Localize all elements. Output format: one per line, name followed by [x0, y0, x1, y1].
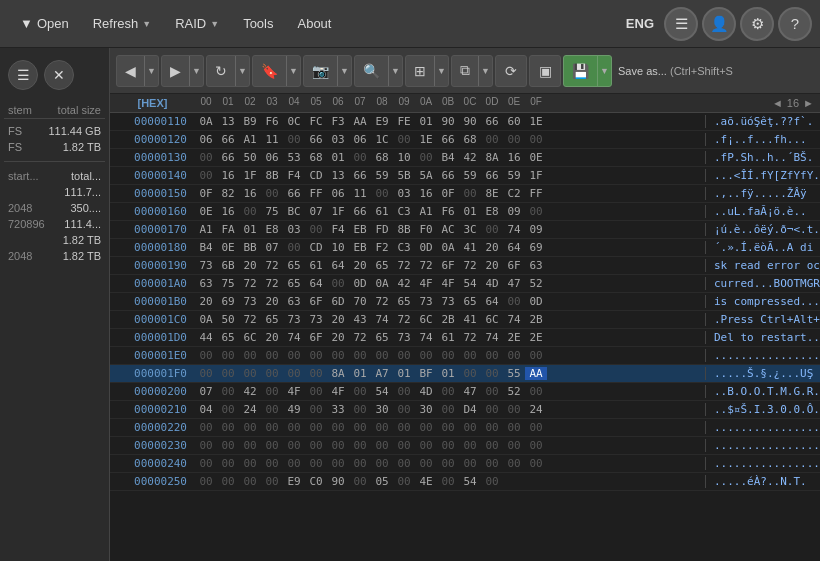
hex-byte[interactable]: 0D — [349, 277, 371, 290]
hex-byte[interactable]: 00 — [437, 421, 459, 434]
hex-byte[interactable]: 72 — [393, 259, 415, 272]
hex-byte[interactable]: 6C — [239, 331, 261, 344]
hex-byte[interactable]: 00 — [217, 385, 239, 398]
hex-byte[interactable]: 00 — [239, 457, 261, 470]
back-button[interactable]: ◀ ▼ — [116, 55, 159, 87]
hex-byte[interactable]: 00 — [305, 223, 327, 236]
hex-byte[interactable]: 01 — [415, 115, 437, 128]
hex-byte[interactable]: 61 — [305, 259, 327, 272]
hex-byte[interactable]: 00 — [371, 349, 393, 362]
hex-byte[interactable]: 00 — [415, 457, 437, 470]
hex-byte[interactable]: 20 — [327, 313, 349, 326]
hex-byte[interactable]: 00 — [239, 367, 261, 380]
hex-byte[interactable]: 00 — [525, 421, 547, 434]
hex-byte[interactable]: F6 — [261, 115, 283, 128]
hex-byte[interactable]: E8 — [481, 205, 503, 218]
hex-byte[interactable]: 00 — [349, 475, 371, 488]
hex-byte[interactable]: 00 — [371, 421, 393, 434]
hex-byte[interactable]: 61 — [371, 205, 393, 218]
hex-byte[interactable]: 20 — [261, 295, 283, 308]
hex-byte[interactable]: 0E — [525, 151, 547, 164]
hex-byte[interactable]: 00 — [349, 403, 371, 416]
hex-byte[interactable]: 00 — [415, 349, 437, 362]
hex-byte[interactable]: 74 — [481, 331, 503, 344]
hex-byte[interactable]: 66 — [217, 133, 239, 146]
hex-byte[interactable]: 16 — [217, 205, 239, 218]
hex-byte[interactable]: 07 — [195, 385, 217, 398]
hex-byte[interactable]: 64 — [503, 241, 525, 254]
table-row[interactable]: 00000210040024004900330030003000D4000024… — [110, 401, 820, 419]
hex-byte[interactable]: 00 — [239, 439, 261, 452]
hex-byte[interactable]: 00 — [525, 349, 547, 362]
hex-byte[interactable]: 07 — [305, 205, 327, 218]
hex-byte[interactable]: 5A — [415, 169, 437, 182]
hex-byte[interactable]: 49 — [283, 403, 305, 416]
hex-byte[interactable]: 2E — [525, 331, 547, 344]
hex-byte[interactable]: 00 — [305, 457, 327, 470]
hex-byte[interactable]: 00 — [481, 475, 503, 488]
hex-byte[interactable]: 6D — [327, 295, 349, 308]
hex-byte[interactable]: 4F — [437, 277, 459, 290]
table-row[interactable]: 000001600E160075BC071F6661C3A1F601E80900… — [110, 203, 820, 221]
hex-byte[interactable]: 07 — [261, 241, 283, 254]
goto-drop-icon[interactable]: ▼ — [388, 56, 402, 86]
hex-byte[interactable]: FF — [305, 187, 327, 200]
hex-byte[interactable]: 06 — [327, 187, 349, 200]
hex-byte[interactable]: 74 — [415, 331, 437, 344]
hex-byte[interactable]: 75 — [261, 205, 283, 218]
table-row[interactable]: 000001B020697320636F6D70726573736564000D… — [110, 293, 820, 311]
hex-byte[interactable]: 52 — [503, 385, 525, 398]
hex-byte[interactable]: 59 — [503, 169, 525, 182]
hex-byte[interactable]: 00 — [305, 385, 327, 398]
hex-byte[interactable]: 00 — [525, 133, 547, 146]
hex-byte[interactable]: 00 — [481, 421, 503, 434]
hex-byte[interactable]: 6F — [503, 259, 525, 272]
hex-byte[interactable]: CD — [305, 241, 327, 254]
hex-byte[interactable]: 00 — [459, 457, 481, 470]
forward-button[interactable]: ▶ ▼ — [161, 55, 204, 87]
hex-byte[interactable]: 00 — [283, 133, 305, 146]
hex-byte[interactable]: 73 — [305, 313, 327, 326]
hex-byte[interactable]: EB — [349, 241, 371, 254]
hex-byte[interactable]: 73 — [393, 331, 415, 344]
hex-byte[interactable]: 69 — [525, 241, 547, 254]
hex-byte[interactable]: 20 — [239, 259, 261, 272]
hex-byte[interactable]: FA — [217, 223, 239, 236]
hex-view[interactable]: 000001100A13B9F60CFCF3AAE9FE01909066601E… — [110, 113, 820, 561]
hex-byte[interactable]: A1 — [239, 133, 261, 146]
hex-byte[interactable]: 00 — [261, 439, 283, 452]
hex-byte[interactable]: 00 — [261, 367, 283, 380]
hex-byte[interactable]: 65 — [283, 259, 305, 272]
goto-button[interactable]: 🔍 ▼ — [354, 55, 403, 87]
menu-about[interactable]: About — [285, 0, 343, 48]
table-row[interactable]: 000001100A13B9F60CFCF3AAE9FE01909066601E… — [110, 113, 820, 131]
hex-byte[interactable]: 00 — [217, 421, 239, 434]
hex-byte[interactable]: 00 — [481, 349, 503, 362]
hex-byte[interactable]: FD — [371, 223, 393, 236]
hex-byte[interactable]: 0E — [217, 241, 239, 254]
hex-byte[interactable]: 00 — [195, 475, 217, 488]
hex-byte[interactable]: 00 — [437, 475, 459, 488]
hex-byte[interactable]: 10 — [327, 241, 349, 254]
sidebar-close-icon[interactable]: ✕ — [44, 60, 74, 90]
table-row[interactable]: 0000025000000000E9C0900005004E005400....… — [110, 473, 820, 491]
hex-byte[interactable]: 65 — [283, 277, 305, 290]
hex-byte[interactable]: F6 — [437, 205, 459, 218]
hex-byte[interactable]: 6F — [305, 331, 327, 344]
table-row[interactable]: 00000200070042004F004F0054004D0047005200… — [110, 383, 820, 401]
hex-byte[interactable]: 00 — [239, 421, 261, 434]
hex-byte[interactable]: 1E — [525, 115, 547, 128]
hex-byte[interactable]: C2 — [503, 187, 525, 200]
hex-byte[interactable]: 72 — [459, 331, 481, 344]
hex-byte[interactable]: 63 — [525, 259, 547, 272]
hex-byte[interactable]: 00 — [525, 205, 547, 218]
hex-byte[interactable]: 00 — [393, 457, 415, 470]
hex-byte[interactable]: 00 — [283, 421, 305, 434]
hex-byte[interactable]: 00 — [437, 403, 459, 416]
hex-byte[interactable]: 4D — [415, 385, 437, 398]
hex-byte[interactable]: 4F — [415, 277, 437, 290]
hex-byte[interactable]: 11 — [261, 133, 283, 146]
hex-byte[interactable]: 68 — [305, 151, 327, 164]
hex-byte[interactable]: 72 — [371, 295, 393, 308]
hex-byte[interactable]: 73 — [195, 259, 217, 272]
